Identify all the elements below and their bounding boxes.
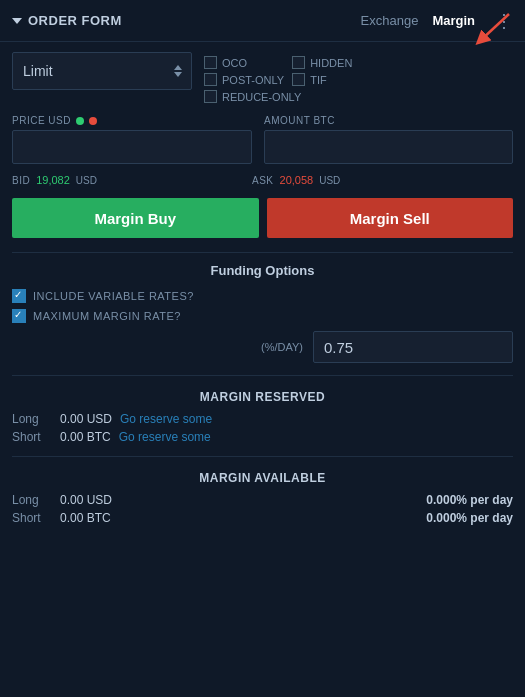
order-form-header: ORDER FORM Exchange Margin ⋮ (0, 0, 525, 42)
order-options-grid: OCO HIDDEN POST-ONLY TIF REDUCE-ONLY (204, 52, 372, 103)
maximum-margin-checkbox[interactable] (12, 309, 26, 323)
margin-reserved-short-row: Short 0.00 BTC Go reserve some (12, 428, 513, 446)
more-icon[interactable]: ⋮ (495, 11, 513, 31)
hidden-label: HIDDEN (310, 57, 352, 69)
red-dot-icon (89, 117, 97, 125)
rate-input-wrapper (313, 331, 513, 363)
margin-buy-button[interactable]: Margin Buy (12, 198, 259, 238)
tab-margin[interactable]: Margin (432, 13, 475, 28)
margin-reserved-section: MARGIN RESERVED Long 0.00 USD Go reserve… (0, 380, 525, 452)
tif-label: TIF (310, 74, 327, 86)
maximum-margin-label: MAXIMUM MARGIN RATE? (33, 310, 181, 322)
header-title: ORDER FORM (12, 13, 122, 28)
margin-available-long-row: Long 0.00 USD 0.000% per day (12, 491, 513, 509)
action-buttons: Margin Buy Margin Sell (0, 194, 525, 248)
margin-reserved-long-row: Long 0.00 USD Go reserve some (12, 410, 513, 428)
amount-input[interactable] (264, 130, 513, 164)
margin-reserved-long-link[interactable]: Go reserve some (120, 412, 212, 426)
order-form-label: ORDER FORM (28, 13, 122, 28)
margin-reserved-long-value: 0.00 USD (60, 412, 112, 426)
margin-available-short-value: 0.00 BTC (60, 511, 111, 525)
inputs-row (0, 128, 525, 172)
short-label-avail: Short (12, 511, 60, 525)
margin-available-short-row: Short 0.00 BTC 0.000% per day (12, 509, 513, 527)
tab-exchange[interactable]: Exchange (361, 13, 419, 28)
bid-ask-row: BID 19,082 USD ASK 20,058 USD (0, 172, 525, 194)
order-type-row: Limit Market Stop Stop-Limit OCO HIDDEN … (0, 42, 525, 109)
divider-1 (12, 252, 513, 253)
reduce-only-label: REDUCE-ONLY (222, 91, 301, 103)
margin-available-short-rate: 0.000% per day (426, 511, 513, 525)
margin-available-long-rate: 0.000% per day (426, 493, 513, 507)
margin-available-title: MARGIN AVAILABLE (12, 467, 513, 491)
ask-unit: USD (319, 175, 340, 186)
tif-checkbox[interactable] (292, 73, 305, 86)
price-input[interactable] (12, 130, 252, 164)
tif-option[interactable]: TIF (292, 73, 372, 86)
margin-available-section: MARGIN AVAILABLE Long 0.00 USD 0.000% pe… (0, 461, 525, 533)
post-only-checkbox[interactable] (204, 73, 217, 86)
rate-row: (%/DAY) (0, 326, 525, 371)
long-label-avail: Long (12, 493, 60, 507)
include-variable-row: INCLUDE VARIABLE RATES? (0, 286, 525, 306)
margin-reserved-short-value: 0.00 BTC (60, 430, 111, 444)
rate-input[interactable] (313, 331, 513, 363)
bid-section: BID 19,082 USD (12, 174, 252, 186)
rate-label: (%/DAY) (261, 341, 303, 353)
amount-label-text: AMOUNT BTC (264, 115, 335, 126)
post-only-option[interactable]: POST-ONLY (204, 73, 284, 86)
margin-sell-button[interactable]: Margin Sell (267, 198, 514, 238)
long-label: Long (12, 412, 60, 426)
header-tabs: Exchange Margin ⋮ (361, 10, 513, 32)
reduce-only-option[interactable]: REDUCE-ONLY (204, 90, 372, 103)
oco-checkbox[interactable] (204, 56, 217, 69)
margin-available-long-value: 0.00 USD (60, 493, 112, 507)
hidden-option[interactable]: HIDDEN (292, 56, 372, 69)
include-variable-checkbox[interactable] (12, 289, 26, 303)
reduce-only-checkbox[interactable] (204, 90, 217, 103)
price-label-text: PRICE USD (12, 115, 71, 126)
green-dot-icon (76, 117, 84, 125)
include-variable-label: INCLUDE VARIABLE RATES? (33, 290, 194, 302)
price-field-label: PRICE USD (12, 115, 252, 126)
ask-section: ASK 20,058 USD (252, 174, 513, 186)
ask-value: 20,058 (280, 174, 314, 186)
short-label-reserved: Short (12, 430, 60, 444)
hidden-checkbox[interactable] (292, 56, 305, 69)
fields-header: PRICE USD AMOUNT BTC (0, 109, 525, 128)
funding-options-title: Funding Options (0, 257, 525, 286)
divider-3 (12, 456, 513, 457)
bid-label: BID (12, 175, 30, 186)
ask-label: ASK (252, 175, 274, 186)
oco-label: OCO (222, 57, 247, 69)
divider-2 (12, 375, 513, 376)
amount-field-label: AMOUNT BTC (264, 115, 513, 126)
order-type-select-wrapper: Limit Market Stop Stop-Limit (12, 52, 192, 90)
margin-reserved-short-link[interactable]: Go reserve some (119, 430, 211, 444)
bid-value: 19,082 (36, 174, 70, 186)
maximum-margin-row: MAXIMUM MARGIN RATE? (0, 306, 525, 326)
margin-reserved-title: MARGIN RESERVED (12, 386, 513, 410)
oco-option[interactable]: OCO (204, 56, 284, 69)
chevron-down-icon[interactable] (12, 18, 22, 24)
bid-unit: USD (76, 175, 97, 186)
order-type-select[interactable]: Limit Market Stop Stop-Limit (12, 52, 192, 90)
post-only-label: POST-ONLY (222, 74, 284, 86)
